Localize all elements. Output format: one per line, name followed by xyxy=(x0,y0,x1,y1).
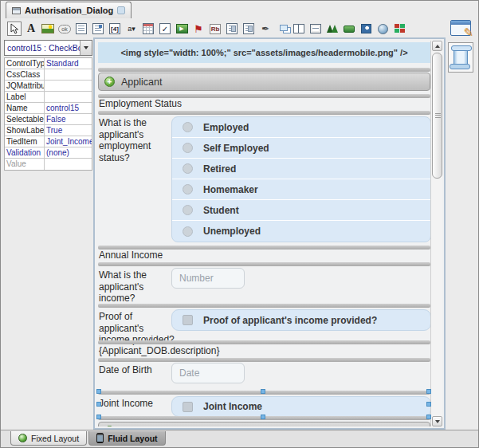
radio-icon[interactable] xyxy=(183,122,193,132)
second-applicant-section-header[interactable]: Second Applicant xyxy=(98,422,430,426)
selection-handle[interactable] xyxy=(96,402,101,407)
property-value[interactable] xyxy=(45,81,92,91)
section-separator xyxy=(98,340,430,344)
media-icon[interactable]: ▶ xyxy=(175,22,189,36)
radio-icon[interactable] xyxy=(183,143,193,153)
income-number-input[interactable] xyxy=(171,268,245,289)
signature-icon[interactable]: ✒ xyxy=(258,22,273,36)
expand-plus-icon[interactable] xyxy=(104,77,115,87)
radio-icon[interactable] xyxy=(183,163,193,174)
property-value[interactable] xyxy=(45,92,92,102)
radio-option[interactable]: Retired xyxy=(172,159,430,179)
applicant-section-header[interactable]: Applicant xyxy=(98,73,430,91)
selection-handle[interactable] xyxy=(96,389,101,394)
selection-handle[interactable] xyxy=(96,415,101,419)
employment-status-label[interactable]: Employment Status xyxy=(99,98,182,109)
columns-icon[interactable] xyxy=(292,22,306,36)
property-row: Namecontrol15 xyxy=(5,103,92,114)
property-row: ShowLabeTrue xyxy=(5,125,92,136)
radio-option[interactable]: Employed xyxy=(172,117,430,138)
globe-icon[interactable] xyxy=(375,22,390,36)
property-value[interactable]: control15 xyxy=(45,103,92,113)
number-field-icon[interactable]: [4] xyxy=(108,22,122,36)
form-designer-icon[interactable]: ✎ xyxy=(450,20,471,36)
checkbox-icon[interactable]: ✓ xyxy=(158,22,172,36)
checkbox-icon[interactable] xyxy=(183,402,193,412)
image-icon[interactable] xyxy=(41,22,55,36)
panels-icon[interactable] xyxy=(275,22,289,36)
radio-icon[interactable] xyxy=(183,184,193,195)
selection-handle[interactable] xyxy=(261,389,265,394)
tab-fixed-layout[interactable]: Fixed Layout xyxy=(10,431,87,446)
ok-button-icon[interactable]: ok xyxy=(57,22,72,36)
income-question-label[interactable]: What is the applicant's income? xyxy=(99,269,169,305)
window-icon xyxy=(12,7,21,14)
property-value[interactable]: False xyxy=(45,114,92,124)
expand-plus-icon[interactable] xyxy=(104,426,115,426)
employment-question-label[interactable]: What is the applicant's employment statu… xyxy=(99,117,169,164)
selection-handle[interactable] xyxy=(426,389,431,394)
chevron-down-icon[interactable] xyxy=(80,41,92,55)
form-list-alt-icon[interactable] xyxy=(241,22,256,36)
dob-date-input[interactable] xyxy=(171,363,245,383)
property-value[interactable]: Joint_Income xyxy=(45,136,92,147)
scrollbar-thumb[interactable] xyxy=(432,53,442,179)
header-image-html-widget[interactable]: <img style="width: 100%;" src="assets/im… xyxy=(98,42,430,63)
property-row: TiedItemJoint_Income xyxy=(5,136,92,147)
selection-handle[interactable] xyxy=(261,415,265,419)
joint-income-label[interactable]: Joint Income xyxy=(99,398,175,410)
text-icon[interactable]: A xyxy=(24,22,38,36)
blue-image-icon[interactable] xyxy=(359,22,373,36)
form-list-icon[interactable] xyxy=(225,22,239,36)
radio-option[interactable]: Self Employed xyxy=(172,138,430,159)
fixed-layout-icon xyxy=(18,434,27,442)
document-tab[interactable]: Authorisation_Dialog xyxy=(6,2,132,18)
radio-icon[interactable] xyxy=(183,205,193,215)
property-name: TiedItem xyxy=(5,136,45,147)
canvas-vscrollbar[interactable] xyxy=(430,41,442,426)
radio-icon[interactable] xyxy=(183,226,193,237)
select-cursor-icon[interactable] xyxy=(7,22,22,36)
radio-option[interactable]: Unemployed xyxy=(172,221,430,242)
radio-option[interactable]: Homemaker xyxy=(172,179,430,200)
control-selector-value: control15 : CheckBo xyxy=(5,43,80,53)
tab-close-icon[interactable] xyxy=(117,6,125,14)
control-selector-dropdown[interactable]: control15 : CheckBo xyxy=(4,40,92,56)
scroll-down-icon[interactable] xyxy=(432,416,442,426)
tab-fluid-layout[interactable]: Fluid Layout xyxy=(88,431,165,446)
proof-checkbox-row[interactable]: Proof of applicant's income provided? xyxy=(171,309,431,331)
script-button[interactable] xyxy=(448,42,473,73)
layout-tab-bar: Fixed Layout Fluid Layout xyxy=(1,430,478,447)
combo-icon[interactable]: a▾ xyxy=(124,22,139,36)
checkbox-icon[interactable] xyxy=(183,315,193,325)
textfield-icon[interactable] xyxy=(91,22,105,36)
employment-radio-group[interactable]: Employed Self Employed Retired Homemaker… xyxy=(171,116,431,242)
scroll-up-icon[interactable] xyxy=(432,41,442,51)
property-value[interactable]: Standard xyxy=(45,58,92,69)
property-value[interactable]: (none) xyxy=(45,147,92,158)
dob-description-token[interactable]: {Applicant_DOB.description} xyxy=(99,345,219,356)
property-value[interactable] xyxy=(45,159,92,170)
trees-icon[interactable] xyxy=(325,22,340,36)
canvas-content: <img style="width: 100%;" src="assets/im… xyxy=(96,41,432,426)
flag-icon[interactable]: ⚑ xyxy=(191,22,206,36)
section-separator xyxy=(98,68,430,72)
radio-option[interactable]: Student xyxy=(172,200,430,221)
dob-question-label[interactable]: Date of Birth xyxy=(99,364,175,376)
section-separator xyxy=(98,111,430,115)
property-name: Name xyxy=(5,103,45,113)
property-value[interactable]: True xyxy=(45,125,92,136)
annual-income-label[interactable]: Annual Income xyxy=(99,250,163,261)
green-button-icon[interactable] xyxy=(342,22,356,36)
color-grid-icon[interactable] xyxy=(392,22,406,36)
radio-button-icon[interactable]: Rb xyxy=(208,22,222,36)
datepicker-icon[interactable] xyxy=(141,22,155,36)
textarea-icon[interactable] xyxy=(74,22,88,36)
property-row: Label xyxy=(5,92,92,103)
joint-income-checkbox-row[interactable]: Joint Income xyxy=(171,396,431,417)
property-value[interactable] xyxy=(45,69,92,80)
selection-handle[interactable] xyxy=(426,415,431,419)
section-separator xyxy=(98,304,430,308)
list-icon[interactable] xyxy=(308,22,323,36)
selection-handle[interactable] xyxy=(426,402,431,407)
